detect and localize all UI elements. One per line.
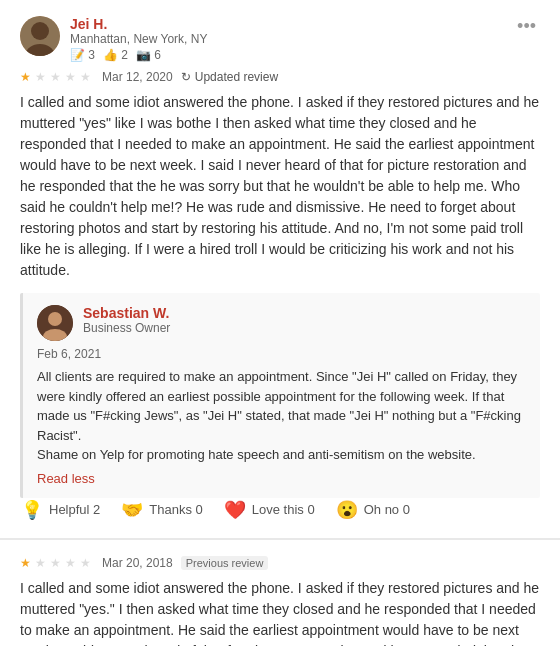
review-tag: ↻ Updated review [181, 70, 278, 84]
star-empty: ★ [50, 70, 64, 84]
update-icon: ↻ [181, 70, 191, 84]
owner-avatar [37, 305, 73, 341]
owner-date: Feb 6, 2021 [37, 347, 526, 361]
star-empty: ★ [80, 70, 94, 84]
reaction-item[interactable]: ❤️ Love this 0 [223, 498, 315, 522]
star-empty: ★ [65, 70, 79, 84]
reaction-bar: 💡 Helpful 2 🤝 Thanks 0 ❤️ Love this 0 😮 … [20, 498, 540, 522]
review-date: Mar 12, 2020 [102, 70, 173, 84]
star-empty: ★ [35, 556, 49, 570]
star-empty: ★ [50, 556, 64, 570]
reviewer-stats: 📝 3👍 2📷 6 [70, 48, 207, 62]
star-rating: ★★★★★ [20, 556, 94, 570]
svg-point-4 [48, 312, 62, 326]
reaction-item[interactable]: 😮 Oh no 0 [335, 498, 410, 522]
more-options-button[interactable]: ••• [513, 16, 540, 37]
reaction-icon: 😮 [335, 498, 359, 522]
read-less-link[interactable]: Read less [37, 471, 95, 486]
review-meta: ★★★★★ Mar 12, 2020↻ Updated review [20, 70, 540, 84]
star-empty: ★ [65, 556, 79, 570]
reaction-label: Helpful 2 [49, 502, 100, 517]
review-text: I called and some idiot answered the pho… [20, 578, 540, 647]
reviewer-location: Manhattan, New York, NY [70, 32, 207, 46]
reaction-icon: 💡 [20, 498, 44, 522]
reaction-label: Thanks 0 [149, 502, 202, 517]
owner-header: Sebastian W. Business Owner [37, 305, 526, 341]
star-empty: ★ [35, 70, 49, 84]
review-date: Mar 20, 2018 [102, 556, 173, 570]
owner-response: Sebastian W. Business Owner Feb 6, 2021 … [20, 293, 540, 498]
reaction-label: Love this 0 [252, 502, 315, 517]
review-text: I called and some idiot answered the pho… [20, 92, 540, 281]
owner-details: Sebastian W. Business Owner [83, 305, 170, 335]
reaction-icon: ❤️ [223, 498, 247, 522]
previous-badge: Previous review [181, 556, 269, 570]
review-card: Jei H. Manhattan, New York, NY 📝 3👍 2📷 6… [0, 0, 560, 539]
reaction-item[interactable]: 💡 Helpful 2 [20, 498, 100, 522]
stat-item: 📝 3 [70, 48, 95, 62]
reviewer-info: Jei H. Manhattan, New York, NY 📝 3👍 2📷 6 [20, 16, 207, 62]
svg-point-1 [31, 22, 49, 40]
stat-item: 📷 6 [136, 48, 161, 62]
review-card: ★★★★★ Mar 20, 2018Previous reviewI calle… [0, 540, 560, 647]
reaction-icon: 🤝 [120, 498, 144, 522]
reviewer-name[interactable]: Jei H. [70, 16, 207, 32]
reviewer-avatar [20, 16, 60, 56]
stat-item: 👍 2 [103, 48, 128, 62]
reaction-item[interactable]: 🤝 Thanks 0 [120, 498, 202, 522]
review-meta: ★★★★★ Mar 20, 2018Previous review [20, 556, 540, 570]
star-filled: ★ [20, 556, 34, 570]
reaction-label: Oh no 0 [364, 502, 410, 517]
owner-role: Business Owner [83, 321, 170, 335]
owner-text: All clients are required to make an appo… [37, 367, 526, 465]
reviewer-header: Jei H. Manhattan, New York, NY 📝 3👍 2📷 6… [20, 16, 540, 62]
reviewer-details: Jei H. Manhattan, New York, NY 📝 3👍 2📷 6 [70, 16, 207, 62]
star-filled: ★ [20, 70, 34, 84]
owner-name[interactable]: Sebastian W. [83, 305, 170, 321]
star-empty: ★ [80, 556, 94, 570]
star-rating: ★★★★★ [20, 70, 94, 84]
